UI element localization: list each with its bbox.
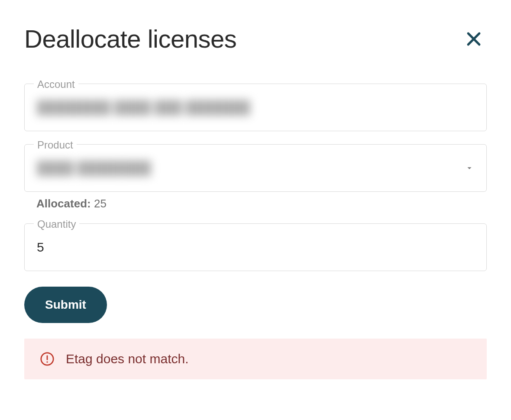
dialog-title: Deallocate licenses [24, 24, 236, 53]
error-icon [40, 352, 55, 366]
product-label: Product [34, 139, 77, 151]
close-button[interactable] [461, 26, 487, 52]
allocated-label: Allocated: [36, 197, 91, 210]
allocated-info: Allocated: 25 [36, 197, 487, 210]
svg-point-4 [46, 361, 48, 362]
error-message: Etag does not match. [66, 352, 189, 366]
quantity-input[interactable] [37, 240, 474, 255]
product-field: Product ████ ████████ [24, 144, 487, 192]
account-input[interactable]: ████████ ████ ███ ███████ [24, 84, 487, 131]
allocated-value: 25 [94, 197, 107, 210]
account-value: ████████ ████ ███ ███████ [37, 100, 250, 115]
close-icon [464, 29, 483, 48]
quantity-label: Quantity [34, 218, 79, 230]
product-select[interactable]: ████ ████████ [24, 144, 487, 192]
dialog-header: Deallocate licenses [24, 24, 487, 53]
error-banner: Etag does not match. [24, 339, 487, 379]
quantity-field: Quantity [24, 223, 487, 271]
submit-button[interactable]: Submit [24, 287, 107, 323]
chevron-down-icon [465, 163, 474, 173]
product-value: ████ ████████ [37, 161, 151, 175]
account-label: Account [34, 78, 78, 90]
account-field: Account ████████ ████ ███ ███████ [24, 84, 487, 131]
quantity-input-wrapper [24, 223, 487, 271]
